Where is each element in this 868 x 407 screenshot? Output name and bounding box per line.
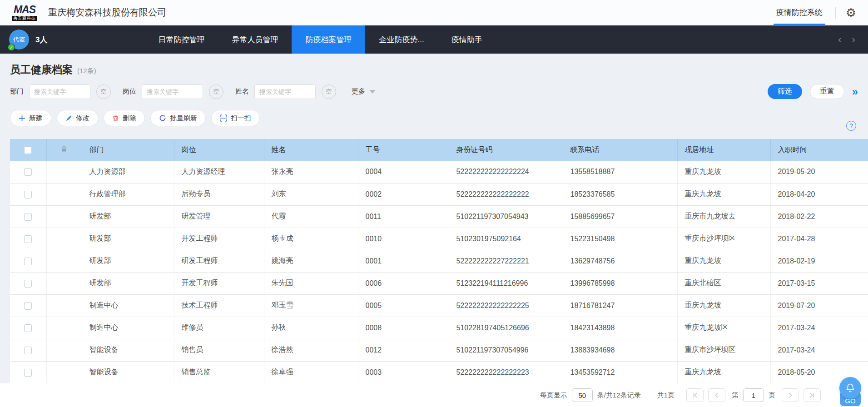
batch-refresh-label: 批量刷新 [170, 114, 197, 123]
row-checkbox[interactable] [24, 369, 32, 377]
cell-phone: 15223150498 [563, 228, 677, 250]
scan-label: 扫一扫 [231, 114, 251, 123]
name-search-input[interactable] [254, 84, 316, 99]
more-filters-dropdown[interactable]: 更多 [352, 87, 376, 96]
chevron-right-icon [787, 392, 794, 398]
user-avatar[interactable]: 代霞 ✓ [9, 30, 29, 50]
department-empty-button[interactable]: 空 [96, 84, 111, 99]
cell-phone: 18716781247 [563, 294, 677, 317]
cell-department: 制造中心 [82, 294, 174, 317]
row-checkbox[interactable] [24, 168, 32, 176]
cell-idcard: 522222222222222223 [449, 361, 563, 383]
expand-filters-icon[interactable]: » [852, 86, 858, 97]
column-header-idcard: 身份证号码 [449, 139, 563, 161]
table-row[interactable]: 研发部 研发管理 代霞 0011 510221197307054943 1588… [10, 205, 868, 228]
employee-table: 部门 岗位 姓名 工号 身份证号码 联系电话 现居地址 入职时间 人力资源部 [10, 139, 868, 384]
cell-phone: 18423143898 [563, 317, 677, 339]
cell-name: 刘东 [264, 183, 358, 205]
row-checkbox[interactable] [24, 324, 32, 332]
next-page-button[interactable] [782, 388, 799, 402]
cell-address: 重庆九龙坡 [677, 361, 770, 383]
page-suffix-label: 页 [769, 391, 775, 400]
table-row[interactable]: 智能设备 销售总监 徐卓强 0003 522222222222222223 13… [10, 361, 868, 383]
lock-cell [46, 183, 82, 205]
filter-button[interactable]: 筛选 [768, 84, 802, 99]
cell-idcard: 510221197307054996 [449, 339, 563, 361]
cell-name: 张永亮 [264, 161, 358, 183]
department-search-input[interactable] [29, 84, 90, 99]
lock-icon [60, 145, 68, 153]
row-checkbox[interactable] [24, 258, 32, 265]
table-row[interactable]: 行政管理部 后勤专员 刘东 0002 522222222222222222 18… [10, 183, 868, 205]
page-prefix-label: 第 [732, 391, 739, 400]
help-icon[interactable]: ? [846, 121, 856, 131]
cell-address: 重庆市九龙坡去 [677, 205, 770, 228]
tab-enterprise-situation[interactable]: 企业防疫势... [365, 25, 437, 54]
cell-name: 代霞 [264, 205, 358, 228]
cell-department: 研发部 [82, 205, 174, 228]
create-button[interactable]: 新建 [10, 110, 51, 126]
cell-empno: 0011 [358, 205, 449, 228]
cell-phone: 15885699657 [563, 205, 677, 228]
position-search-input[interactable] [142, 84, 203, 99]
chevron-right-icon[interactable]: › [852, 34, 855, 45]
cell-position: 人力资源经理 [174, 161, 264, 183]
top-header: MAS 梅安森科技 重庆梅安森科技股份有限公司 疫情防控系统 ⚙ [0, 0, 868, 25]
last-page-button[interactable] [804, 388, 821, 402]
cell-position: 后勤专员 [174, 183, 264, 205]
tab-epidemic-assistant[interactable]: 疫情助手 [438, 25, 496, 54]
cell-position: 技术工程师 [174, 294, 264, 317]
company-name: 重庆梅安森科技股份有限公司 [48, 6, 166, 19]
cell-phone: 13883934698 [563, 339, 677, 361]
cell-phone: 13453592712 [563, 361, 677, 383]
tab-abnormal-personnel[interactable]: 异常人员管理 [218, 25, 292, 54]
cell-department: 行政管理部 [82, 183, 174, 205]
row-checkbox[interactable] [24, 280, 32, 288]
table-row[interactable]: 制造中心 维修员 孙秋 0008 510228197405126696 1842… [10, 317, 868, 339]
reset-button[interactable]: 重置 [810, 84, 844, 99]
page-number-input[interactable] [743, 388, 764, 402]
cell-empno: 0004 [358, 161, 449, 183]
edit-button[interactable]: 修改 [57, 110, 98, 126]
row-checkbox[interactable] [24, 191, 32, 199]
prev-page-button[interactable] [708, 388, 725, 402]
select-all-checkbox[interactable] [24, 146, 32, 154]
scan-button[interactable]: 扫一扫 [211, 110, 260, 126]
cell-name: 杨玉成 [264, 228, 358, 250]
tab-daily-control[interactable]: 日常防控管理 [144, 25, 218, 54]
row-checkbox[interactable] [24, 347, 32, 354]
cell-position: 开发工程师 [174, 272, 264, 294]
bell-icon [845, 383, 855, 393]
table-row[interactable]: 研发部 开发工程师 杨玉成 0010 5102301975092164 1522… [10, 228, 868, 250]
batch-refresh-button[interactable]: 批量刷新 [150, 110, 206, 126]
table-row[interactable]: 智能设备 销售员 徐浩然 0012 510221197307054996 138… [10, 339, 868, 361]
logo-text: MAS [14, 5, 35, 15]
table-row[interactable]: 研发部 开发工程师 朱先国 0006 512322194111216996 13… [10, 272, 868, 294]
lock-cell [46, 205, 82, 228]
row-checkbox[interactable] [24, 235, 32, 243]
cell-position: 研发工程师 [174, 250, 264, 272]
system-tab-epidemic[interactable]: 疫情防控系统 [774, 0, 825, 25]
chevron-left-icon[interactable]: ‹ [838, 34, 842, 45]
record-count: (12条) [77, 67, 96, 75]
cell-department: 智能设备 [82, 361, 174, 383]
cell-hiredate: 2019-05-20 [770, 161, 868, 183]
cell-idcard: 512322194111216996 [449, 272, 563, 294]
delete-button[interactable]: 删除 [104, 110, 145, 126]
row-checkbox[interactable] [24, 213, 32, 221]
notification-bell-button[interactable] [839, 377, 861, 399]
table-row[interactable]: 人力资源部 人力资源经理 张永亮 0004 522222222222222224… [10, 161, 868, 183]
trash-icon [112, 115, 119, 122]
table-row[interactable]: 研发部 研发工程师 姚海亮 0001 522222222227222221 13… [10, 250, 868, 272]
table-row[interactable]: 制造中心 技术工程师 邓玉雪 0005 522222222222222225 1… [10, 294, 868, 317]
gear-icon[interactable]: ⚙ [846, 7, 856, 19]
position-empty-button[interactable]: 空 [209, 84, 223, 99]
per-page-input[interactable] [572, 388, 593, 402]
chevron-left-icon [714, 392, 720, 398]
name-empty-button[interactable]: 空 [322, 84, 336, 99]
tab-epidemic-archive[interactable]: 防疫档案管理 [292, 25, 365, 54]
first-page-button[interactable] [686, 388, 704, 402]
cell-department: 人力资源部 [82, 161, 174, 183]
row-checkbox[interactable] [24, 302, 32, 310]
scan-icon [220, 114, 227, 122]
